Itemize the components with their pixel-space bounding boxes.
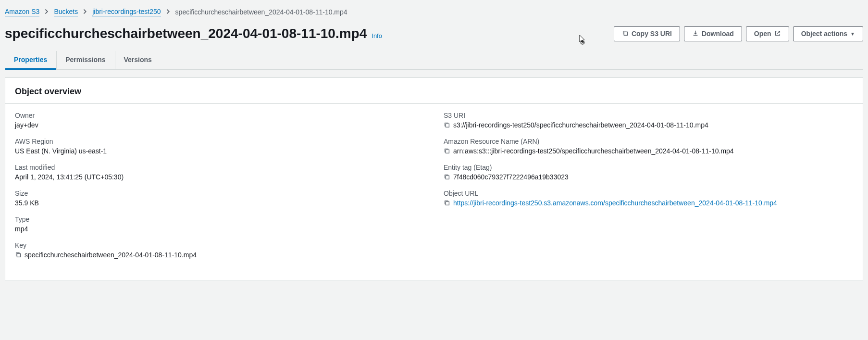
page-title: specificchurcheschairbetween_2024-04-01-… — [5, 26, 367, 41]
info-link[interactable]: Info — [372, 32, 382, 39]
chevron-right-icon — [82, 8, 88, 16]
etag-value: 7f48cd060c79327f7222496a19b33023 — [453, 173, 569, 181]
region-field: AWS Region US East (N. Virginia) us-east… — [15, 138, 424, 155]
owner-label: Owner — [15, 112, 424, 119]
url-value-row: https://jibri-recordings-test250.s3.amaz… — [444, 199, 853, 207]
etag-label: Entity tag (Etag) — [444, 164, 853, 171]
copy-icon[interactable] — [444, 174, 450, 180]
open-button[interactable]: Open — [746, 26, 789, 41]
region-value: US East (N. Virginia) us-east-1 — [15, 147, 424, 155]
download-label: Download — [702, 30, 734, 38]
region-label: AWS Region — [15, 138, 424, 145]
url-value[interactable]: https://jibri-recordings-test250.s3.amaz… — [453, 199, 777, 207]
svg-rect-1 — [17, 253, 20, 257]
tabs: Properties Permissions Versions — [5, 51, 863, 70]
modified-value: April 1, 2024, 13:41:25 (UTC+05:30) — [15, 173, 424, 181]
s3uri-value-row: s3://jibri-recordings-test250/specificch… — [444, 121, 853, 129]
breadcrumb-root[interactable]: Amazon S3 — [5, 8, 39, 16]
owner-value: jay+dev — [15, 121, 424, 129]
object-overview-panel: Object overview Owner jay+dev AWS Region… — [5, 77, 863, 280]
panel-header: Object overview — [5, 78, 863, 104]
breadcrumb-bucket[interactable]: jibri-recordings-test250 — [92, 8, 161, 16]
type-value: mp4 — [15, 225, 424, 233]
object-actions-label: Object actions — [801, 30, 847, 38]
copy-icon[interactable] — [444, 122, 450, 128]
panel-title: Object overview — [15, 87, 853, 97]
breadcrumb-current: specificchurcheschairbetween_2024-04-01-… — [175, 8, 347, 16]
page-title-wrap: specificchurcheschairbetween_2024-04-01-… — [5, 26, 382, 41]
key-value: specificchurcheschairbetween_2024-04-01-… — [25, 251, 197, 259]
chevron-right-icon — [165, 8, 172, 16]
copy-icon[interactable] — [444, 148, 450, 154]
copy-icon[interactable] — [444, 200, 450, 206]
key-value-row: specificchurcheschairbetween_2024-04-01-… — [15, 251, 424, 259]
external-link-icon — [774, 30, 781, 38]
modified-field: Last modified April 1, 2024, 13:41:25 (U… — [15, 164, 424, 181]
arn-field: Amazon Resource Name (ARN) arn:aws:s3:::… — [444, 138, 853, 155]
arn-value-row: arn:aws:s3:::jibri-recordings-test250/sp… — [444, 147, 853, 155]
page-header: specificchurcheschairbetween_2024-04-01-… — [5, 22, 863, 51]
size-field: Size 35.9 KB — [15, 189, 424, 207]
breadcrumb: Amazon S3 Buckets jibri-recordings-test2… — [5, 5, 863, 22]
etag-field: Entity tag (Etag) 7f48cd060c79327f722249… — [444, 164, 853, 181]
open-label: Open — [754, 30, 771, 38]
panel-body: Owner jay+dev AWS Region US East (N. Vir… — [5, 104, 863, 280]
size-label: Size — [15, 189, 424, 197]
etag-value-row: 7f48cd060c79327f7222496a19b33023 — [444, 173, 853, 181]
chevron-right-icon — [43, 8, 50, 16]
svg-rect-2 — [446, 124, 449, 127]
svg-rect-3 — [446, 150, 449, 153]
s3uri-field: S3 URI s3://jibri-recordings-test250/spe… — [444, 112, 853, 129]
download-icon — [692, 30, 699, 38]
svg-rect-4 — [446, 176, 449, 179]
copy-s3-uri-button[interactable]: Copy S3 URI — [614, 26, 680, 41]
size-value: 35.9 KB — [15, 199, 424, 207]
breadcrumb-buckets[interactable]: Buckets — [54, 8, 78, 16]
left-column: Owner jay+dev AWS Region US East (N. Vir… — [15, 112, 424, 267]
right-column: S3 URI s3://jibri-recordings-test250/spe… — [444, 112, 853, 267]
tab-properties[interactable]: Properties — [5, 51, 56, 69]
modified-label: Last modified — [15, 164, 424, 171]
action-bar: Copy S3 URI Download Open Object actions… — [614, 26, 863, 41]
caret-down-icon: ▼ — [850, 31, 855, 37]
svg-rect-0 — [624, 32, 627, 35]
key-label: Key — [15, 241, 424, 249]
arn-label: Amazon Resource Name (ARN) — [444, 138, 853, 145]
type-field: Type mp4 — [15, 215, 424, 233]
url-label: Object URL — [444, 189, 853, 197]
s3uri-value: s3://jibri-recordings-test250/specificch… — [453, 121, 708, 129]
s3uri-label: S3 URI — [444, 112, 853, 119]
key-field: Key specificchurcheschairbetween_2024-04… — [15, 241, 424, 259]
object-actions-button[interactable]: Object actions ▼ — [793, 26, 863, 41]
svg-rect-5 — [446, 201, 449, 205]
copy-icon[interactable] — [15, 252, 22, 258]
type-label: Type — [15, 215, 424, 223]
url-field: Object URL https://jibri-recordings-test… — [444, 189, 853, 207]
copy-s3-uri-label: Copy S3 URI — [632, 30, 672, 38]
arn-value: arn:aws:s3:::jibri-recordings-test250/sp… — [453, 147, 734, 155]
owner-field: Owner jay+dev — [15, 112, 424, 129]
copy-icon — [622, 30, 629, 38]
download-button[interactable]: Download — [684, 26, 742, 41]
tab-permissions[interactable]: Permissions — [56, 51, 114, 69]
tab-versions[interactable]: Versions — [115, 51, 161, 69]
